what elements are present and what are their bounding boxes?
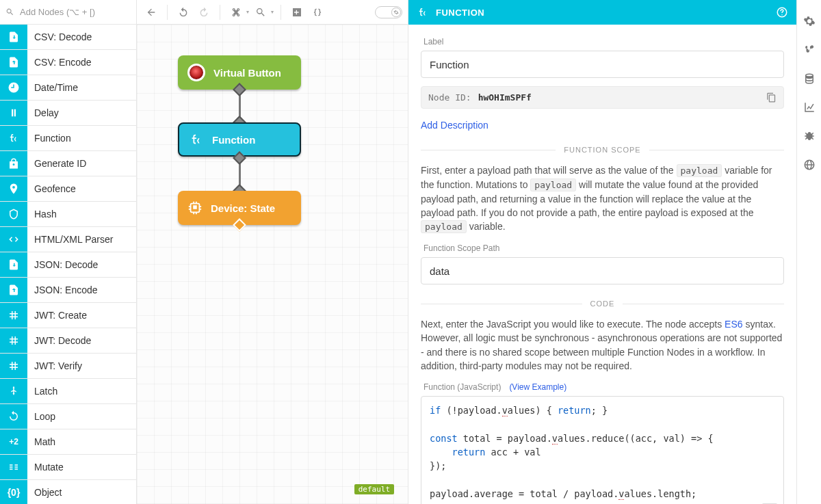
palette-item-generate-id[interactable]: Generate ID xyxy=(0,151,136,176)
palette-item-geofence[interactable]: Geofence xyxy=(0,176,136,202)
palette-item-label: JSON: Decode xyxy=(27,259,98,270)
palette-item-label: Function xyxy=(27,133,71,144)
palette-item-label: JWT: Verify xyxy=(27,360,82,371)
copy-icon[interactable] xyxy=(766,92,777,103)
help-icon[interactable] xyxy=(776,6,788,18)
palette-item-html-xml[interactable]: HTML/XML Parser xyxy=(0,227,136,252)
scope-description: First, enter a payload path that will se… xyxy=(421,163,784,234)
node-id-value: hwOHImSPFf xyxy=(478,92,532,103)
palette-item-label: CSV: Encode xyxy=(27,57,92,68)
palette-item-label: Latch xyxy=(27,386,57,397)
node-search[interactable] xyxy=(0,0,136,25)
chevron-down-icon: ▾ xyxy=(271,9,274,15)
settings-icon[interactable] xyxy=(803,15,816,27)
panel-header: FUNCTION xyxy=(408,0,796,25)
palette-item-label: Geofence xyxy=(27,183,76,194)
zoom-menu-button[interactable] xyxy=(252,3,270,21)
palette-item-label: Date/Time xyxy=(27,82,78,93)
palette-item-jwt-create[interactable]: JWT: Create xyxy=(0,303,136,328)
node-id-label: Node ID: xyxy=(428,92,471,103)
palette-item-label: JWT: Decode xyxy=(27,335,91,346)
palette-item-jwt-decode[interactable]: JWT: Decode xyxy=(0,328,136,354)
section-header: CODE xyxy=(590,300,615,308)
palette-item-hash[interactable]: Hash xyxy=(0,202,136,227)
es6-link[interactable]: ES6 xyxy=(725,319,742,330)
function-icon xyxy=(417,6,429,18)
properties-panel: FUNCTION Label Node ID: hwOHImSPFf Add D… xyxy=(408,0,796,504)
code-editor-label: Function (JavaScript) xyxy=(423,382,501,392)
right-rail xyxy=(796,0,821,504)
section-header: FUNCTION SCOPE xyxy=(564,146,640,154)
palette-item-label: HTML/XML Parser xyxy=(27,234,113,245)
palette-item-label: Delay xyxy=(27,107,59,118)
node-search-input[interactable] xyxy=(18,6,136,18)
chart-icon[interactable] xyxy=(803,101,816,114)
palette-item-jwt-verify[interactable]: JWT: Verify xyxy=(0,354,136,379)
palette-item-label: Hash xyxy=(27,209,57,220)
palette-item-label: JSON: Encode xyxy=(27,284,98,295)
code-block-button[interactable] xyxy=(309,3,326,21)
workflow-canvas[interactable]: Virtual Button Function Device: State de… xyxy=(137,25,408,504)
palette-item-label: Generate ID xyxy=(27,158,86,169)
code-description: Next, enter the JavaScript you would lik… xyxy=(421,317,784,373)
palette-item-loop[interactable]: Loop xyxy=(0,404,136,429)
gear-icon xyxy=(393,10,399,15)
function-icon xyxy=(189,132,204,147)
chevron-down-icon: ▾ xyxy=(246,9,249,15)
node-palette: CSV: Decode CSV: Encode Date/Time Delay … xyxy=(0,0,137,504)
cut-menu-button[interactable] xyxy=(227,3,245,21)
globe-icon[interactable] xyxy=(803,159,816,171)
palette-item-label: JWT: Create xyxy=(27,310,87,321)
scope-path-label: Function Scope Path xyxy=(423,243,784,253)
palette-item-mutate[interactable]: Mutate xyxy=(0,455,136,480)
stream-toggle[interactable] xyxy=(375,6,402,18)
virtual-button-icon xyxy=(187,64,205,81)
canvas-toolbar: ▾ ▾ xyxy=(137,0,408,25)
palette-item-label: Loop xyxy=(27,411,55,422)
version-tag: default xyxy=(354,484,394,494)
node-label: Device: State xyxy=(211,202,275,214)
code-editor[interactable]: if (!payload.values) { return; } const t… xyxy=(421,396,784,504)
palette-item-label: CSV: Decode xyxy=(27,31,92,42)
node-label: Function xyxy=(212,134,255,146)
palette-item-datetime[interactable]: Date/Time xyxy=(0,75,136,101)
node-id-row: Node ID: hwOHImSPFf xyxy=(421,86,784,109)
label-field-label: Label xyxy=(423,37,784,47)
palette-item-label: Math xyxy=(27,436,55,447)
back-button[interactable] xyxy=(142,3,160,21)
palette-item-json-decode[interactable]: JSON: Decode xyxy=(0,252,136,278)
panel-title: FUNCTION xyxy=(436,8,484,18)
add-description-link[interactable]: Add Description xyxy=(421,120,488,131)
add-note-button[interactable] xyxy=(288,3,306,21)
palette-item-object[interactable]: {0}Object xyxy=(0,480,136,504)
palette-item-csv-encode[interactable]: CSV: Encode xyxy=(0,50,136,75)
scope-path-input[interactable] xyxy=(421,257,784,284)
view-example-link[interactable]: (View Example) xyxy=(509,382,566,392)
branch-icon[interactable] xyxy=(803,44,816,56)
palette-item-csv-decode[interactable]: CSV: Decode xyxy=(0,25,136,50)
node-label: Virtual Button xyxy=(213,67,281,79)
palette-item-label: Mutate xyxy=(27,462,64,473)
chip-icon xyxy=(187,200,203,215)
palette-item-math[interactable]: +2Math xyxy=(0,429,136,455)
label-input[interactable] xyxy=(421,51,784,78)
database-icon[interactable] xyxy=(803,72,816,85)
bug-icon[interactable] xyxy=(803,130,816,142)
search-icon xyxy=(5,8,14,16)
palette-item-delay[interactable]: Delay xyxy=(0,101,136,126)
redo-button[interactable] xyxy=(195,3,213,21)
palette-item-json-encode[interactable]: JSON: Encode xyxy=(0,278,136,303)
palette-item-latch[interactable]: Latch xyxy=(0,379,136,404)
palette-item-label: Object xyxy=(27,487,62,498)
palette-item-function[interactable]: Function xyxy=(0,126,136,151)
undo-button[interactable] xyxy=(174,3,192,21)
